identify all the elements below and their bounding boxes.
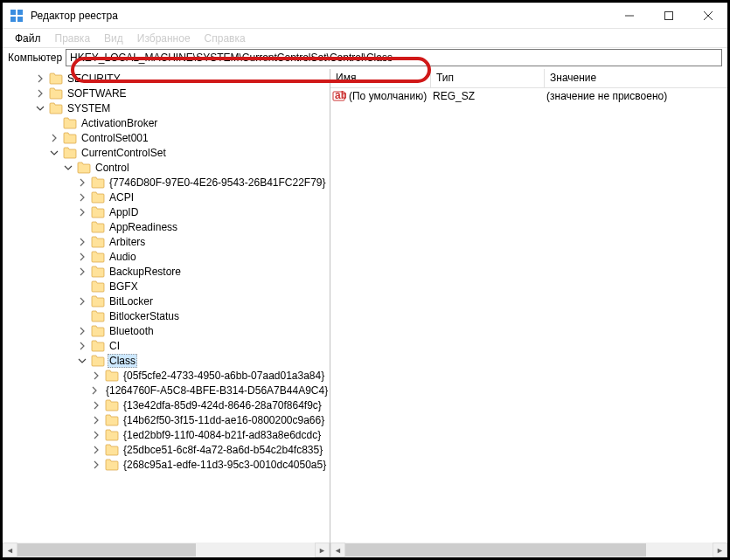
folder-icon <box>105 414 119 426</box>
tree-item[interactable]: {1ed2bbf9-11f0-4084-b21f-ad83a8e6dcdc} <box>3 427 330 442</box>
expand-icon[interactable] <box>90 429 102 441</box>
folder-icon <box>91 176 105 189</box>
expand-icon[interactable] <box>76 206 88 218</box>
scroll-left-icon[interactable]: ◄ <box>330 543 345 557</box>
tree-item[interactable]: Audio <box>3 249 330 264</box>
tree-item-label: BitLocker <box>108 295 155 308</box>
tree-item[interactable]: {7746D80F-97E0-4E26-9543-26B41FC22F79} <box>3 175 330 190</box>
folder-icon <box>49 73 63 85</box>
expand-icon[interactable] <box>48 132 60 144</box>
col-data[interactable]: Значение <box>545 69 727 87</box>
svg-rect-1 <box>17 10 23 15</box>
tree-item[interactable]: {14b62f50-3f15-11dd-ae16-0800200c9a66} <box>3 412 330 427</box>
expand-icon[interactable] <box>76 325 88 337</box>
tree-item-label: {7746D80F-97E0-4E26-9543-26B41FC22F79} <box>108 176 328 189</box>
app-icon <box>10 9 24 23</box>
scroll-right-icon[interactable]: ► <box>315 543 330 557</box>
tree-item[interactable]: CurrentControlSet <box>3 145 330 160</box>
tree-hscrollbar[interactable]: ◄ ► <box>3 543 330 557</box>
expand-icon[interactable] <box>76 236 88 248</box>
tree-item-label: AppID <box>108 206 140 218</box>
minimize-button[interactable] <box>609 3 649 29</box>
tree-item-label: Control <box>94 162 131 174</box>
tree-item[interactable]: Class <box>3 353 330 368</box>
menubar: Файл Правка Вид Избранное Справка <box>3 29 727 48</box>
tree-item-label: AppReadiness <box>108 221 179 233</box>
expand-icon[interactable] <box>76 191 88 204</box>
expand-icon[interactable] <box>90 414 102 426</box>
tree-item-label: BackupRestore <box>108 266 183 278</box>
scroll-right-icon[interactable]: ► <box>713 543 727 557</box>
folder-icon <box>91 221 105 233</box>
tree-item-label: BGFX <box>108 280 140 293</box>
expand-icon[interactable] <box>76 266 88 278</box>
values-list[interactable]: ab(По умолчанию)REG_SZ(значение не присв… <box>330 88 727 103</box>
tree-item[interactable]: CI <box>3 338 330 353</box>
tree-item-label: SOFTWARE <box>66 87 129 100</box>
expand-icon[interactable] <box>90 370 102 382</box>
folder-icon <box>105 429 119 441</box>
svg-text:ab: ab <box>335 90 346 101</box>
tree-item[interactable]: ControlSet001 <box>3 130 330 145</box>
expand-icon[interactable] <box>76 176 88 189</box>
menu-edit[interactable]: Правка <box>48 31 98 45</box>
folder-icon <box>91 295 105 308</box>
registry-tree[interactable]: SECURITYSOFTWARESYSTEMActivationBrokerCo… <box>3 69 330 474</box>
expand-icon[interactable] <box>90 399 102 411</box>
tree-item[interactable]: {1264760F-A5C8-4BFE-B314-D56A7B44A9C4} <box>3 383 330 398</box>
expand-icon[interactable] <box>90 444 102 456</box>
expand-icon[interactable] <box>76 295 88 308</box>
tree-item[interactable]: AppID <box>3 204 330 219</box>
address-label: Компьютер <box>8 52 62 64</box>
tree-item[interactable]: BitlockerStatus <box>3 308 330 323</box>
tree-item-label: BitlockerStatus <box>108 310 181 322</box>
tree-item[interactable]: {13e42dfa-85d9-424d-8646-28a70f864f9c} <box>3 398 330 412</box>
value-row[interactable]: ab(По умолчанию)REG_SZ(значение не присв… <box>330 88 727 103</box>
value-type: REG_SZ <box>433 90 546 102</box>
col-name[interactable]: Имя <box>330 69 431 87</box>
tree-item[interactable]: Control <box>3 160 330 175</box>
folder-icon <box>91 325 105 337</box>
expand-icon[interactable] <box>90 384 99 397</box>
tree-item[interactable]: Bluetooth <box>3 323 330 338</box>
tree-item[interactable]: ACPI <box>3 190 330 204</box>
tree-item[interactable]: Arbiters <box>3 234 330 249</box>
tree-item[interactable]: SYSTEM <box>3 100 330 115</box>
expand-icon[interactable] <box>90 459 102 471</box>
tree-item[interactable]: SECURITY <box>3 71 330 86</box>
menu-favorites[interactable]: Избранное <box>130 31 198 45</box>
tree-item-label: Bluetooth <box>108 325 156 337</box>
menu-file[interactable]: Файл <box>8 31 48 45</box>
folder-icon <box>105 370 119 382</box>
expand-icon[interactable] <box>34 73 46 85</box>
tree-item[interactable]: ActivationBroker <box>3 115 330 130</box>
tree-item[interactable]: BackupRestore <box>3 264 330 279</box>
folder-icon <box>91 251 105 263</box>
menu-help[interactable]: Справка <box>198 31 253 45</box>
collapse-icon[interactable] <box>48 147 60 159</box>
folder-icon <box>63 147 77 159</box>
collapse-icon[interactable] <box>76 355 88 367</box>
tree-item-label: CurrentControlSet <box>80 147 168 159</box>
tree-item[interactable]: {05f5cfe2-4733-4950-a6bb-07aad01a3a84} <box>3 368 330 383</box>
tree-item[interactable]: SOFTWARE <box>3 86 330 100</box>
tree-item[interactable]: BGFX <box>3 279 330 294</box>
menu-view[interactable]: Вид <box>97 31 130 45</box>
expand-icon[interactable] <box>76 251 88 263</box>
tree-item[interactable]: {268c95a1-edfe-11d3-95c3-0010dc4050a5} <box>3 457 330 472</box>
expand-icon[interactable] <box>34 87 46 100</box>
expand-icon[interactable] <box>76 340 88 352</box>
maximize-button[interactable] <box>649 3 688 29</box>
close-button[interactable] <box>688 3 727 29</box>
folder-icon <box>49 87 63 100</box>
tree-item[interactable]: {25dbce51-6c8f-4a72-8a6d-b54c2b4fc835} <box>3 442 330 457</box>
col-type[interactable]: Тип <box>431 69 545 87</box>
values-hscrollbar[interactable]: ◄ ► <box>330 543 727 557</box>
collapse-icon[interactable] <box>34 102 46 114</box>
tree-item[interactable]: BitLocker <box>3 294 330 308</box>
collapse-icon[interactable] <box>62 162 74 174</box>
address-input[interactable] <box>66 49 722 66</box>
tree-item-label: {1ed2bbf9-11f0-4084-b21f-ad83a8e6dcdc} <box>122 429 323 441</box>
tree-item[interactable]: AppReadiness <box>3 219 330 234</box>
scroll-left-icon[interactable]: ◄ <box>3 543 17 557</box>
